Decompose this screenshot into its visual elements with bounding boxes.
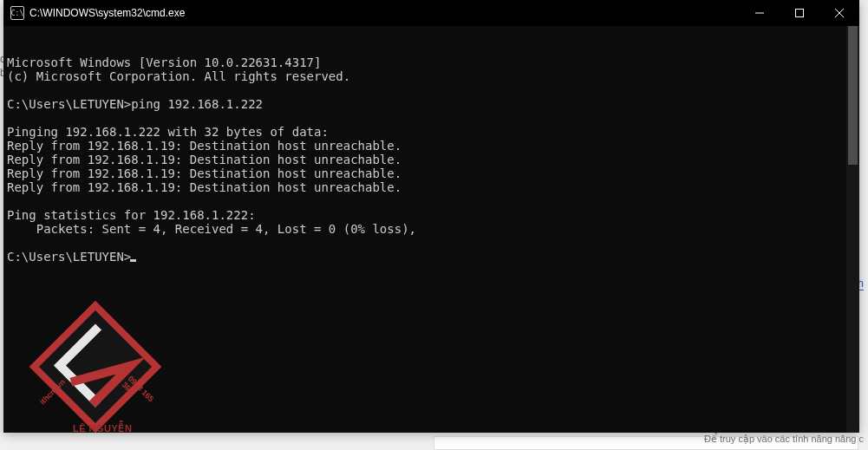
terminal-line: Reply from 192.168.1.19: Destination hos…	[7, 139, 859, 153]
close-button[interactable]	[819, 0, 859, 26]
terminal-line	[7, 111, 859, 125]
maximize-icon	[795, 9, 804, 17]
terminal-line: Pinging 192.168.1.222 with 32 bytes of d…	[7, 125, 859, 139]
terminal-line	[7, 194, 859, 208]
window-controls	[740, 0, 859, 26]
minimize-button[interactable]	[740, 0, 780, 26]
titlebar[interactable]: C:\ C:\WINDOWS\system32\cmd.exe	[3, 0, 859, 26]
terminal-output[interactable]: Microsoft Windows [Version 10.0.22631.43…	[3, 26, 859, 433]
cmd-window: C:\ C:\WINDOWS\system32\cmd.exe Microsof…	[3, 0, 859, 433]
close-icon	[835, 9, 844, 17]
terminal-line: Packets: Sent = 4, Received = 4, Lost = …	[7, 222, 859, 236]
background-hint-text: Để truy cập vào các tính năng nâng c	[704, 434, 864, 445]
cmd-icon: C:\	[10, 6, 24, 20]
vertical-scrollbar[interactable]	[846, 26, 859, 433]
terminal-line: C:\Users\LETUYEN>ping 192.168.1.222	[7, 97, 859, 111]
terminal-line: Ping statistics for 192.168.1.222:	[7, 208, 859, 222]
maximize-button[interactable]	[780, 0, 819, 26]
terminal-line: C:\Users\LETUYEN>	[7, 250, 859, 264]
terminal-line	[7, 236, 859, 250]
terminal-line: (c) Microsoft Corporation. All rights re…	[7, 69, 859, 83]
terminal-line	[7, 83, 859, 97]
svg-rect-1	[796, 10, 804, 17]
cursor	[130, 259, 136, 262]
minimize-icon	[755, 9, 764, 17]
terminal-line: Reply from 192.168.1.19: Destination hos…	[7, 180, 859, 194]
window-title: C:\WINDOWS\system32\cmd.exe	[29, 7, 740, 19]
terminal-line: Reply from 192.168.1.19: Destination hos…	[7, 153, 859, 166]
terminal-line: Microsoft Windows [Version 10.0.22631.43…	[7, 55, 859, 69]
scrollbar-thumb[interactable]	[848, 26, 858, 165]
terminal-line: Reply from 192.168.1.19: Destination hos…	[7, 166, 859, 180]
